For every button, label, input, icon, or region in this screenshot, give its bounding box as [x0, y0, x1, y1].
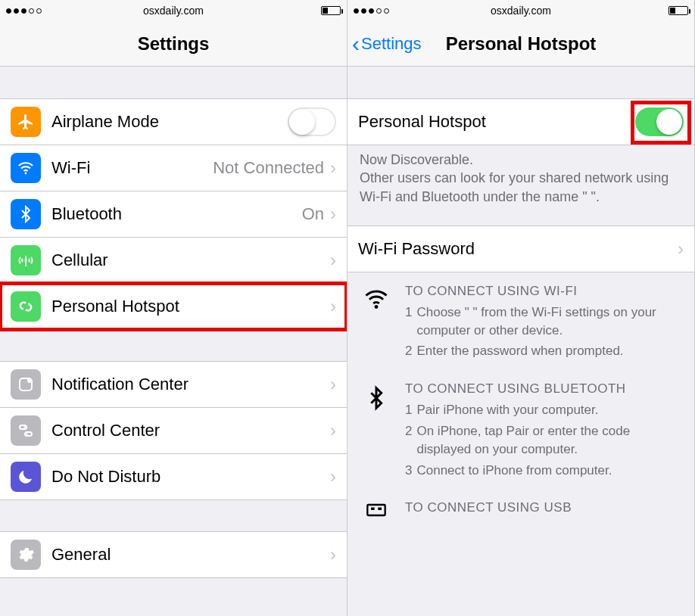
back-button[interactable]: ‹ Settings — [352, 33, 422, 55]
row-hotspot-toggle[interactable]: Personal Hotspot — [348, 98, 694, 145]
airplane-icon — [11, 107, 41, 137]
status-bar: osxdaily.com — [348, 0, 694, 21]
navbar: ‹ Settings Personal Hotspot — [348, 21, 694, 67]
control-icon — [11, 415, 41, 446]
row-label: Airplane Mode — [51, 112, 159, 132]
instr-step: 2On iPhone, tap Pair or enter the code d… — [405, 422, 682, 459]
signal-dots-icon — [6, 8, 42, 14]
instr-title: TO CONNECT USING WI-FI — [405, 284, 682, 299]
wifi-glyph-icon — [360, 284, 393, 363]
instr-title: TO CONNECT USING BLUETOOTH — [405, 381, 682, 397]
row-label: Bluetooth — [51, 204, 122, 224]
row-wifi-password[interactable]: Wi-Fi Password › — [348, 226, 694, 272]
chevron-right-icon: › — [330, 204, 336, 225]
highlight-box — [631, 101, 691, 145]
row-airplane-mode[interactable]: Airplane Mode — [0, 98, 347, 145]
hotspot-icon — [11, 291, 41, 322]
row-label: Do Not Disturb — [51, 467, 161, 487]
row-bluetooth[interactable]: Bluetooth On › — [0, 191, 347, 238]
instr-step: 1Choose " " from the Wi-Fi settings on y… — [405, 303, 682, 340]
battery-icon — [321, 6, 341, 15]
moon-icon — [11, 462, 41, 492]
svg-point-4 — [27, 378, 32, 383]
discoverable-text: Now Discoverable. Other users can look f… — [348, 145, 694, 215]
settings-screen: osxdaily.com Settings Airplane Mode Wi-F… — [0, 0, 348, 616]
instr-title: TO CONNECT USING USB — [405, 500, 682, 515]
instr-step: 2Enter the password when prompted. — [405, 342, 682, 360]
page-title: Personal Hotspot — [446, 33, 597, 54]
row-do-not-disturb[interactable]: Do Not Disturb › — [0, 453, 347, 500]
row-label: Notification Center — [51, 375, 189, 394]
bluetooth-glyph-icon — [360, 381, 393, 482]
row-label: Personal Hotspot — [51, 297, 179, 316]
svg-point-9 — [375, 305, 379, 309]
row-label: Wi-Fi Password — [358, 239, 475, 259]
discoverable-line1: Now Discoverable. — [360, 151, 682, 169]
discoverable-line2: Other users can look for your shared net… — [360, 169, 682, 206]
row-label: Control Center — [51, 421, 160, 440]
chevron-right-icon: › — [330, 544, 336, 565]
wifi-icon — [11, 153, 41, 183]
instructions-usb: TO CONNECT USING USB — [348, 488, 694, 520]
status-site: osxdaily.com — [0, 5, 347, 17]
row-label: Wi-Fi — [51, 158, 90, 178]
svg-point-6 — [23, 426, 25, 428]
row-value: On — [302, 204, 324, 224]
row-label: Cellular — [51, 250, 108, 270]
row-label: Personal Hotspot — [358, 112, 486, 132]
status-bar: osxdaily.com — [0, 0, 347, 21]
back-label: Settings — [361, 34, 422, 54]
chevron-right-icon: › — [330, 420, 336, 441]
cellular-icon — [11, 245, 41, 275]
row-control-center[interactable]: Control Center › — [0, 407, 347, 454]
row-wifi[interactable]: Wi-Fi Not Connected › — [0, 145, 347, 191]
hotspot-screen: osxdaily.com ‹ Settings Personal Hotspot… — [348, 0, 695, 616]
airplane-toggle[interactable] — [288, 107, 336, 136]
chevron-right-icon: › — [330, 250, 336, 271]
row-value: Not Connected — [213, 158, 324, 178]
svg-point-0 — [25, 173, 27, 175]
hotspot-content[interactable]: Personal Hotspot Now Discoverable. Other… — [348, 67, 694, 616]
svg-point-8 — [26, 433, 27, 434]
settings-list[interactable]: Airplane Mode Wi-Fi Not Connected › Blue… — [0, 67, 347, 616]
bluetooth-icon — [11, 199, 41, 229]
svg-rect-10 — [367, 505, 385, 515]
chevron-right-icon: › — [330, 157, 336, 179]
chevron-right-icon: › — [330, 296, 336, 317]
instr-step: 1Pair iPhone with your computer. — [405, 401, 682, 419]
chevron-right-icon: › — [330, 466, 336, 487]
chevron-right-icon: › — [678, 238, 684, 260]
svg-point-2 — [25, 260, 27, 262]
signal-dots-icon — [354, 8, 389, 14]
notif-icon — [11, 369, 41, 400]
instructions-bluetooth: TO CONNECT USING BLUETOOTH 1Pair iPhone … — [348, 369, 694, 488]
chevron-left-icon: ‹ — [352, 33, 360, 55]
row-general[interactable]: General › — [0, 531, 347, 578]
chevron-right-icon: › — [330, 374, 336, 395]
row-cellular[interactable]: Cellular › — [0, 237, 347, 284]
gear-icon — [11, 540, 41, 570]
status-site: osxdaily.com — [348, 5, 694, 17]
row-personal-hotspot[interactable]: Personal Hotspot › — [0, 283, 347, 330]
usb-glyph-icon — [360, 500, 393, 520]
page-title: Settings — [138, 33, 210, 54]
svg-rect-11 — [371, 508, 375, 511]
instructions-wifi: TO CONNECT USING WI-FI 1Choose " " from … — [348, 272, 694, 369]
row-notification-center[interactable]: Notification Center › — [0, 361, 347, 408]
instr-step: 3Connect to iPhone from computer. — [405, 462, 682, 480]
row-label: General — [51, 545, 111, 565]
navbar: Settings — [0, 21, 347, 67]
battery-icon — [669, 6, 688, 15]
svg-rect-12 — [378, 508, 382, 511]
